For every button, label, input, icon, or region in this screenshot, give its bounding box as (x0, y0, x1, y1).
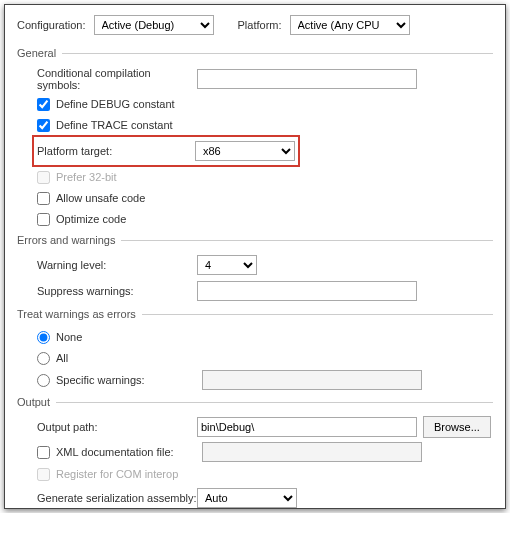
configuration-label: Configuration: (17, 19, 86, 31)
register-com-checkbox (37, 468, 50, 481)
define-debug-checkbox[interactable] (37, 98, 50, 111)
group-output-label: Output (17, 396, 50, 408)
platform-select[interactable]: Active (Any CPU) (290, 15, 410, 35)
group-treat-label: Treat warnings as errors (17, 308, 136, 320)
treat-none-label: None (56, 331, 82, 343)
configuration-select[interactable]: Active (Debug) (94, 15, 214, 35)
xml-doc-label: XML documentation file: (56, 446, 196, 458)
treat-all-radio[interactable] (37, 352, 50, 365)
group-treat: Treat warnings as errors (17, 308, 493, 320)
xml-doc-checkbox[interactable] (37, 446, 50, 459)
suppress-warnings-input[interactable] (197, 281, 417, 301)
platform-target-select[interactable]: x86 (195, 141, 295, 161)
define-trace-label: Define TRACE constant (56, 119, 173, 131)
define-trace-checkbox[interactable] (37, 119, 50, 132)
treat-none-radio[interactable] (37, 331, 50, 344)
xml-doc-input (202, 442, 422, 462)
treat-specific-label: Specific warnings: (56, 374, 196, 386)
allow-unsafe-label: Allow unsafe code (56, 192, 145, 204)
gen-serialization-select[interactable]: Auto (197, 488, 297, 508)
group-errors: Errors and warnings (17, 234, 493, 246)
allow-unsafe-checkbox[interactable] (37, 192, 50, 205)
gen-serialization-label: Generate serialization assembly: (37, 492, 197, 504)
cond-symbols-input[interactable] (197, 69, 417, 89)
optimize-label: Optimize code (56, 213, 126, 225)
cond-symbols-label: Conditional compilation symbols: (37, 67, 197, 91)
browse-button[interactable]: Browse... (423, 416, 491, 438)
platform-target-row: Platform target: x86 (35, 138, 297, 164)
group-general-label: General (17, 47, 56, 59)
output-path-label: Output path: (37, 421, 197, 433)
group-general: General (17, 47, 493, 59)
treat-specific-input (202, 370, 422, 390)
warning-level-select[interactable]: 4 (197, 255, 257, 275)
define-debug-label: Define DEBUG constant (56, 98, 175, 110)
optimize-checkbox[interactable] (37, 213, 50, 226)
group-errors-label: Errors and warnings (17, 234, 115, 246)
warning-level-label: Warning level: (37, 259, 197, 271)
register-com-label: Register for COM interop (56, 468, 178, 480)
platform-label: Platform: (238, 19, 282, 31)
treat-specific-radio[interactable] (37, 374, 50, 387)
treat-all-label: All (56, 352, 68, 364)
prefer-32bit-checkbox (37, 171, 50, 184)
group-output: Output (17, 396, 493, 408)
top-row: Configuration: Active (Debug) Platform: … (17, 15, 493, 35)
suppress-warnings-label: Suppress warnings: (37, 285, 197, 297)
build-settings-panel: Configuration: Active (Debug) Platform: … (4, 4, 506, 509)
prefer-32bit-label: Prefer 32-bit (56, 171, 117, 183)
output-path-input[interactable] (197, 417, 417, 437)
platform-target-label: Platform target: (37, 145, 195, 157)
